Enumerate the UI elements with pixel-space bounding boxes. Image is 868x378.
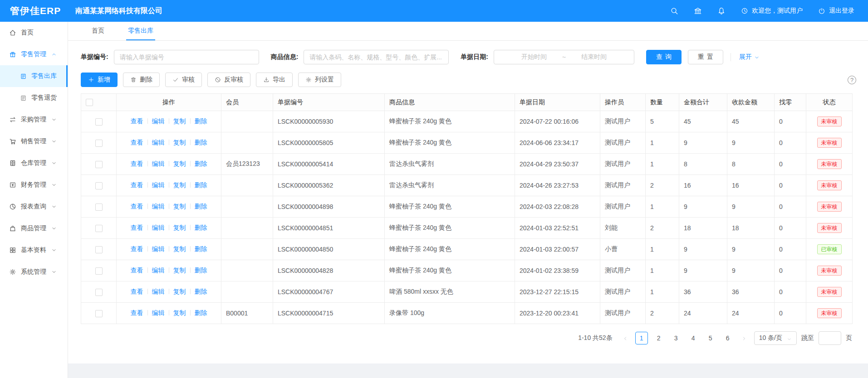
member-cell: B00001	[221, 303, 273, 324]
delete-link[interactable]: 删除	[195, 181, 207, 189]
date-end-placeholder[interactable]: 结束时间	[581, 53, 607, 61]
row-checkbox[interactable]	[95, 182, 103, 189]
notification-bell-icon[interactable]	[717, 7, 726, 15]
user-menu[interactable]: 欢迎您，测试用户	[741, 7, 803, 15]
export-button[interactable]: 导出	[256, 73, 293, 87]
sidebar-subitem-retail-return[interactable]: 零售退货	[0, 87, 68, 109]
copy-link[interactable]: 复制	[173, 245, 186, 252]
row-checkbox[interactable]	[95, 267, 103, 275]
column-settings-button[interactable]: 列设置	[298, 73, 341, 87]
edit-link[interactable]: 编辑	[152, 245, 165, 252]
tab-retail-out[interactable]: 零售出库	[126, 22, 155, 40]
delete-button[interactable]: 删除	[123, 73, 160, 87]
sidebar-item-warehouse[interactable]: 仓库管理	[0, 152, 68, 174]
copy-link[interactable]: 复制	[173, 267, 186, 274]
sidebar-item-home[interactable]: 首页	[0, 22, 68, 44]
delete-link[interactable]: 删除	[195, 309, 207, 316]
row-checkbox[interactable]	[95, 118, 103, 126]
expand-toggle[interactable]: 展开	[731, 53, 760, 61]
copy-link[interactable]: 复制	[173, 117, 186, 125]
copy-link[interactable]: 复制	[173, 224, 186, 231]
audit-button[interactable]: 审核	[165, 73, 202, 87]
edit-link[interactable]: 编辑	[152, 309, 165, 316]
copy-link[interactable]: 复制	[173, 288, 186, 295]
sidebar-item-purchase[interactable]: 采购管理	[0, 109, 68, 131]
row-checkbox[interactable]	[95, 246, 103, 253]
tab-home[interactable]: 首页	[90, 22, 106, 40]
delete-link[interactable]: 删除	[195, 117, 207, 125]
delete-link[interactable]: 删除	[195, 203, 207, 210]
jump-page-input[interactable]	[819, 331, 841, 345]
edit-link[interactable]: 编辑	[152, 160, 165, 167]
edit-link[interactable]: 编辑	[152, 139, 165, 146]
copy-link[interactable]: 复制	[173, 203, 186, 210]
sidebar-item-sales[interactable]: 销售管理	[0, 131, 68, 152]
page-button-3[interactable]: 3	[670, 332, 682, 344]
logout-button[interactable]: 退出登录	[818, 7, 854, 15]
search-icon[interactable]	[670, 7, 678, 15]
copy-link[interactable]: 复制	[173, 181, 186, 189]
view-link[interactable]: 查看	[131, 117, 143, 125]
help-icon[interactable]: ?	[848, 76, 856, 84]
view-link[interactable]: 查看	[131, 288, 143, 295]
page-button-2[interactable]: 2	[652, 332, 665, 344]
edit-link[interactable]: 编辑	[152, 203, 165, 210]
view-link[interactable]: 查看	[131, 203, 143, 210]
row-select-cell	[81, 303, 117, 324]
row-checkbox[interactable]	[95, 161, 103, 168]
edit-link[interactable]: 编辑	[152, 224, 165, 231]
view-link[interactable]: 查看	[131, 267, 143, 274]
link-divider	[190, 140, 191, 145]
page-size-select[interactable]: 10 条/页	[754, 331, 797, 345]
view-link[interactable]: 查看	[131, 224, 143, 231]
date-range-picker[interactable]: 开始时间 ~ 结束时间	[494, 50, 634, 64]
delete-link[interactable]: 删除	[195, 139, 207, 146]
copy-link[interactable]: 复制	[173, 309, 186, 316]
row-checkbox[interactable]	[95, 204, 103, 211]
edit-link[interactable]: 编辑	[152, 181, 165, 189]
delete-link[interactable]: 删除	[195, 288, 207, 295]
delete-link[interactable]: 删除	[195, 224, 207, 231]
add-button[interactable]: 新增	[81, 73, 118, 87]
sidebar-item-goods[interactable]: 商品管理	[0, 218, 68, 239]
row-checkbox[interactable]	[95, 310, 103, 317]
bill-no-input[interactable]	[114, 50, 259, 64]
sidebar-item-basedata[interactable]: 基本资料	[0, 239, 68, 261]
copy-link[interactable]: 复制	[173, 139, 186, 146]
view-link[interactable]: 查看	[131, 309, 143, 316]
view-link[interactable]: 查看	[131, 245, 143, 252]
edit-link[interactable]: 编辑	[152, 117, 165, 125]
edit-link[interactable]: 编辑	[152, 267, 165, 274]
unaudit-button[interactable]: 反审核	[207, 73, 250, 87]
copy-link[interactable]: 复制	[173, 160, 186, 167]
page-button-5[interactable]: 5	[704, 332, 717, 344]
delete-link[interactable]: 删除	[195, 245, 207, 252]
next-page-button[interactable]	[739, 332, 750, 344]
pagination-summary: 1-10 共52条	[578, 334, 612, 342]
row-select-cell	[81, 154, 117, 175]
sidebar-item-finance[interactable]: 财务管理	[0, 174, 68, 196]
platform-icon[interactable]	[694, 7, 702, 15]
view-link[interactable]: 查看	[131, 139, 143, 146]
select-all-checkbox[interactable]	[86, 99, 93, 106]
search-button[interactable]: 查询	[646, 50, 682, 64]
sidebar-item-report[interactable]: 报表查询	[0, 196, 68, 218]
sidebar-subitem-retail-out[interactable]: 零售出库	[0, 65, 68, 87]
view-link[interactable]: 查看	[131, 181, 143, 189]
sidebar-item-system[interactable]: 系统管理	[0, 261, 68, 283]
prev-page-button[interactable]	[620, 332, 631, 344]
edit-link[interactable]: 编辑	[152, 288, 165, 295]
sidebar-item-retail[interactable]: 零售管理	[0, 44, 68, 65]
view-link[interactable]: 查看	[131, 160, 143, 167]
row-checkbox[interactable]	[95, 289, 103, 296]
delete-link[interactable]: 删除	[195, 160, 207, 167]
row-checkbox[interactable]	[95, 225, 103, 232]
row-checkbox[interactable]	[95, 140, 103, 147]
date-start-placeholder[interactable]: 开始时间	[521, 53, 547, 61]
page-button-6[interactable]: 6	[721, 332, 734, 344]
page-button-4[interactable]: 4	[687, 332, 700, 344]
reset-button[interactable]: 重置	[688, 50, 723, 64]
product-info-input[interactable]	[304, 50, 449, 64]
delete-link[interactable]: 删除	[195, 267, 207, 274]
page-button-1[interactable]: 1	[635, 332, 648, 344]
